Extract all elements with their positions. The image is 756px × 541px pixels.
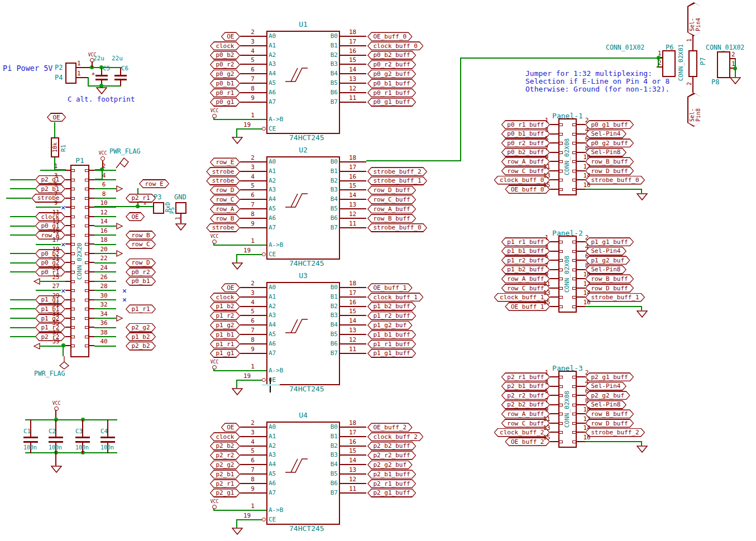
net-label[interactable]: p1_b2_buff (367, 302, 416, 311)
output-net[interactable]: p0_r2_buff (367, 60, 416, 69)
output-net[interactable]: OE_buff_2 (367, 423, 413, 432)
output-net[interactable]: OE_buff_0 (367, 32, 413, 41)
net-label[interactable]: p0_r2_buff (367, 60, 416, 69)
input-net[interactable]: clock (210, 293, 240, 302)
input-net[interactable]: p2_r1 (210, 479, 240, 489)
net-label[interactable]: p0_b2_buff (367, 51, 416, 60)
net-label[interactable]: p0_g2 (210, 70, 240, 79)
net-label[interactable]: p0_r1 (210, 88, 240, 97)
output-net[interactable]: p0_b1_buff (367, 79, 416, 88)
net-label[interactable]: p2_g2 (126, 323, 156, 332)
net-label[interactable]: p2_b1_buff (367, 470, 416, 478)
net-label[interactable]: p1_g2_buf (367, 321, 413, 330)
input-net[interactable]: p0_g1 (210, 98, 240, 107)
net-label[interactable]: row_B (126, 231, 156, 240)
net-label[interactable]: p2_g1_buff (367, 489, 416, 497)
net-label[interactable]: OE_buff_0 (367, 32, 413, 41)
net-label[interactable]: p0_r2 (210, 60, 240, 69)
output-net[interactable]: row_C_buff (367, 195, 416, 204)
net-label-sel-pin4[interactable]: Sel-Pin4 (687, 2, 700, 36)
net-label[interactable]: row_D_buff (367, 186, 416, 195)
net-label[interactable]: row_C (126, 240, 156, 249)
input-net[interactable]: p2_r2 (210, 451, 240, 460)
connector-p5-body[interactable] (175, 202, 186, 214)
input-net[interactable]: strobe (206, 223, 240, 233)
net-label[interactable]: clock (210, 432, 240, 441)
input-net[interactable]: p0_b2 (210, 51, 240, 60)
output-net[interactable]: p2_g1_buff (367, 489, 416, 498)
output-net[interactable]: p0_b2_buff (367, 51, 416, 60)
net-label[interactable]: p0_r1_buff (367, 88, 416, 97)
net-label[interactable]: OE_buff_1 (367, 283, 413, 292)
net-label[interactable]: strobe_buff_1 (367, 176, 427, 185)
net-label[interactable]: p1_r1 (210, 339, 240, 348)
input-net[interactable]: p1_r1 (210, 339, 240, 349)
output-net[interactable]: p1_g2_buf (367, 320, 413, 330)
net-label[interactable]: p1_r2_buff (367, 312, 416, 320)
net-label[interactable]: p2_r2 (210, 451, 240, 460)
output-net[interactable]: p1_g1_buff (367, 349, 416, 358)
net-label[interactable]: p1_b1_buff (367, 330, 416, 339)
input-net[interactable]: p0_r2 (210, 60, 240, 69)
output-net[interactable]: clock_buff_1 (367, 293, 423, 302)
net-label[interactable]: p0_g2_buff (367, 70, 416, 79)
net-label[interactable]: p2_b2 (210, 442, 240, 451)
net-label[interactable]: p2_r1 (210, 479, 240, 488)
right-pin-net[interactable]: ✕ p2_b2 (94, 341, 156, 351)
output-net[interactable]: p1_r1_buff (367, 339, 416, 349)
net-label[interactable]: strobe (206, 223, 240, 232)
input-net[interactable]: clock (210, 41, 240, 51)
net-label[interactable]: row_D (210, 186, 240, 195)
net-label[interactable]: p1_b2 (210, 302, 240, 311)
net-label[interactable]: p0_b1 (126, 277, 156, 286)
net-label[interactable]: p1_g2 (210, 321, 240, 330)
net-label[interactable]: p1_g1_buff (367, 349, 416, 358)
net-label[interactable]: strobe_buff_2 (367, 167, 427, 176)
output-net[interactable]: p0_g1_buff (367, 98, 416, 107)
input-net[interactable]: p0_g2 (210, 69, 240, 79)
output-net[interactable]: p1_r2_buff (367, 311, 416, 320)
net-label[interactable]: p2_r1 (126, 194, 156, 203)
net-label[interactable]: row_A_buff (367, 204, 416, 213)
net-label[interactable]: OE (221, 283, 240, 292)
net-label[interactable]: p1_g1 (210, 349, 240, 358)
output-net[interactable]: strobe_buff_0 (367, 223, 427, 233)
net-label[interactable]: row_A (210, 204, 240, 213)
input-net[interactable]: p1_b1 (210, 330, 240, 339)
net-label[interactable]: p2_b1 (210, 470, 240, 478)
net-label-sel-pin8[interactable]: Sel-Pin8 (687, 93, 700, 127)
output-net[interactable]: p0_g2_buff (367, 69, 416, 79)
net-label[interactable]: p0_g1_buff (367, 98, 416, 107)
input-net[interactable]: row_D (210, 185, 240, 195)
output-net[interactable]: row_D_buff (367, 185, 416, 195)
net-label[interactable]: strobe (206, 176, 240, 185)
output-net[interactable]: strobe_buff_2 (367, 167, 427, 176)
net-label[interactable]: row_E (210, 157, 240, 166)
input-net[interactable]: OE (221, 32, 240, 41)
net-label[interactable]: p1_r1 (126, 304, 156, 313)
input-net[interactable]: strobe (206, 167, 240, 176)
output-net[interactable]: p2_r2_buff (367, 451, 416, 460)
output-net[interactable]: strobe_buff_1 (367, 176, 427, 186)
input-net[interactable]: row_C (210, 195, 240, 204)
net-label[interactable]: OE (221, 32, 240, 41)
net-label[interactable]: p0_b1_buff (367, 79, 416, 88)
input-net[interactable]: clock (210, 432, 240, 442)
net-label[interactable]: p2_b2_buff (367, 442, 416, 451)
connector-p7-body[interactable] (688, 50, 697, 77)
net-label[interactable]: row_D (126, 258, 156, 267)
net-label[interactable]: p0_b1 (210, 79, 240, 88)
net-label[interactable]: OE (221, 423, 240, 432)
net-label[interactable]: p1_b2 (126, 332, 156, 341)
net-label[interactable]: p2_g2_buf (367, 461, 413, 470)
output-net[interactable]: clock_buff_2 (367, 432, 423, 442)
output-net[interactable]: p0_r1_buff (367, 88, 416, 98)
net-label-oe[interactable]: OE (47, 113, 66, 122)
net-label[interactable]: row_B_buff (367, 214, 416, 223)
net-label[interactable]: p2_r2_buff (367, 451, 416, 460)
net-label[interactable]: clock_buff_0 (367, 41, 423, 50)
net-label[interactable]: p1_r1_buff (367, 339, 416, 348)
net-label[interactable]: p2_g1 (210, 489, 240, 497)
net-label[interactable]: p1_r2 (210, 312, 240, 320)
net-label[interactable]: OE (126, 212, 145, 221)
